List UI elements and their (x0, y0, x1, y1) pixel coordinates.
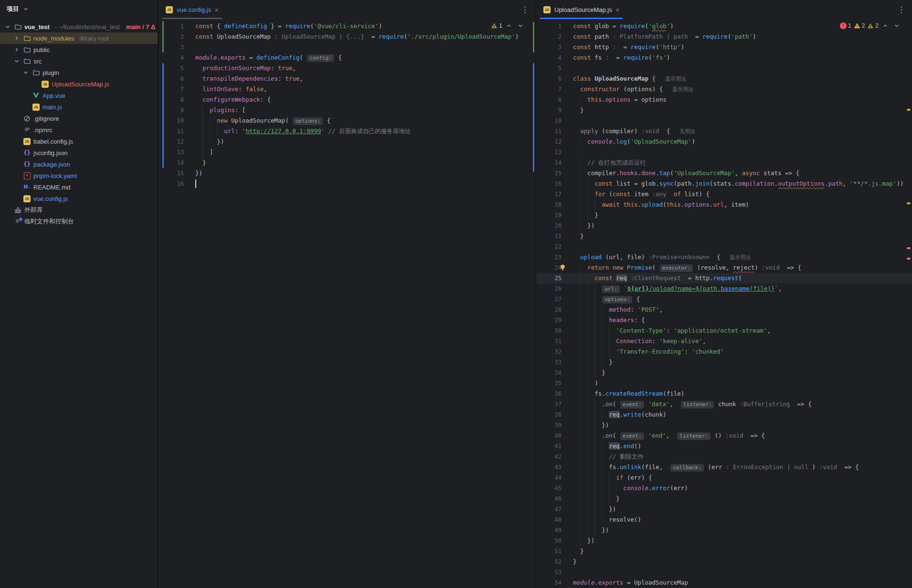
code-line[interactable]: 31 Connection: 'keep-alive', (536, 336, 912, 346)
gutter-line-number[interactable]: 43 (536, 462, 573, 472)
gutter-line-number[interactable]: 20 (536, 220, 573, 231)
code-line[interactable]: 22 (536, 242, 912, 252)
more-options-icon[interactable]: ⋮ (894, 5, 908, 15)
scrollbar-error-stripe[interactable] (905, 19, 912, 588)
tree-item-pnpm-lock.yaml[interactable]: Ypnpm-lock.yaml (0, 170, 158, 181)
tree-item-App.vue[interactable]: App.vue (0, 90, 158, 101)
gutter-line-number[interactable]: 15 (536, 168, 573, 178)
tree-item-UploadSourceMap.js[interactable]: JSUploadSourceMap.js (0, 78, 158, 90)
intention-bulb-icon[interactable] (559, 264, 566, 271)
prev-problem-icon[interactable] (881, 22, 890, 29)
gutter-line-number[interactable]: 36 (536, 388, 573, 399)
gutter-line-number[interactable]: 32 (536, 346, 573, 357)
gutter-line-number[interactable]: 5 (536, 63, 573, 74)
code-line[interactable]: 54module.exports = UploadSourceMap (536, 578, 912, 588)
code-line[interactable]: 3const http : = require('http') (536, 42, 912, 52)
gutter-line-number[interactable]: 8 (536, 94, 573, 105)
tree-item-.gitignore[interactable]: .gitignore (0, 113, 158, 124)
code-line[interactable]: 8 this.options = options (536, 94, 912, 105)
gutter-line-number[interactable]: 11 (159, 126, 195, 136)
tree-item-package.json[interactable]: {}package.json (0, 158, 158, 170)
code-line[interactable]: 12 console.log('UploadSourceMap') (536, 136, 912, 147)
close-icon[interactable]: × (615, 6, 620, 13)
code-line[interactable]: 20 }) (536, 220, 912, 231)
tree-item-plugin[interactable]: plugin (0, 67, 158, 78)
gutter-line-number[interactable]: 24 (536, 262, 573, 273)
tree-item-src[interactable]: src (0, 55, 158, 67)
code-line[interactable]: 13 ] (159, 147, 536, 158)
gutter-line-number[interactable]: 15 (159, 168, 195, 178)
gutter-line-number[interactable]: 3 (159, 42, 195, 52)
code-line[interactable]: 16 (159, 178, 536, 189)
gutter-line-number[interactable]: 29 (536, 315, 573, 326)
gutter-line-number[interactable]: 18 (536, 200, 573, 210)
code-line[interactable]: 15 compiler.hooks.done.tap('UploadSource… (536, 168, 912, 178)
code-line[interactable]: 9 } (536, 105, 912, 116)
code-line[interactable]: 45 console.error(err) (536, 483, 912, 494)
gutter-line-number[interactable]: 21 (536, 231, 573, 242)
gutter-line-number[interactable]: 6 (159, 74, 195, 84)
gutter-line-number[interactable]: 3 (536, 42, 573, 52)
code-line[interactable]: 9 plugins: [ (159, 105, 536, 116)
code-line[interactable]: 33 } (536, 357, 912, 368)
gutter-line-number[interactable]: 13 (159, 147, 195, 158)
code-line[interactable]: 50 }) (536, 536, 912, 546)
code-line[interactable]: 2const path : PlatformPath | path = requ… (536, 32, 912, 42)
prev-problem-icon[interactable] (505, 22, 513, 29)
code-line[interactable]: 52} (536, 556, 912, 567)
code-line[interactable]: 10 (536, 116, 912, 126)
tab-vue.config.js[interactable]: JSvue.config.js× (160, 0, 223, 19)
gutter-line-number[interactable]: 7 (536, 84, 573, 94)
code-line[interactable]: 46 } (536, 494, 912, 504)
code-line[interactable]: 29 headers: { (536, 315, 912, 326)
tree-item-vue.config.js[interactable]: JSvue.config.js (0, 193, 158, 204)
gutter-line-number[interactable]: 25 (536, 273, 573, 284)
gutter-line-number[interactable]: 45 (536, 483, 573, 494)
gutter-line-number[interactable]: 14 (159, 158, 195, 168)
code-line[interactable]: 37 .on( event: 'data', listener: chunk :… (536, 399, 912, 410)
gutter-line-number[interactable]: 22 (536, 242, 573, 252)
code-line[interactable]: 2const UploadSourceMap : UploadSourceMap… (159, 32, 536, 42)
gutter-line-number[interactable]: 28 (536, 304, 573, 315)
gutter-line-number[interactable]: 38 (536, 410, 573, 420)
code-line[interactable]: 27 options: { (536, 294, 912, 304)
gutter-line-number[interactable]: 1 (159, 21, 195, 32)
code-line[interactable]: 36 fs.createReadStream(file) (536, 388, 912, 399)
gutter-line-number[interactable]: 26 (536, 284, 573, 294)
tree-item-vue_test[interactable]: vue_test- ~/liuxulin/test/vue_testmain /… (0, 21, 158, 32)
code-line[interactable]: 40 .on( event: 'end', listener: () :void… (536, 430, 912, 441)
gutter-line-number[interactable]: 16 (159, 178, 195, 189)
code-line[interactable]: 4module.exports = defineConfig( config: … (159, 52, 536, 63)
scrollbar-error-stripe[interactable] (529, 19, 536, 588)
gutter-line-number[interactable]: 4 (536, 52, 573, 63)
code-line[interactable]: 28 method: 'POST', (536, 304, 912, 315)
tree-item-临时文件和控制台[interactable]: 临时文件和控制台 (0, 216, 158, 227)
code-line[interactable]: 42 // 删除文件 (536, 452, 912, 462)
code-line[interactable]: 6 transpileDependencies: true, (159, 74, 536, 84)
gutter-line-number[interactable]: 54 (536, 578, 573, 588)
code-line[interactable]: 51 } (536, 546, 912, 556)
code-line[interactable]: 32 'Transfer-Encoding': 'chunked' (536, 346, 912, 357)
inspections-widget[interactable]: 1 (491, 22, 525, 30)
code-line[interactable]: 14 } (159, 158, 536, 168)
code-line[interactable]: 11 url: 'http://127.0.0.1:9999' // 后面换成自… (159, 126, 536, 136)
tree-item-main.js[interactable]: JSmain.js (0, 101, 158, 113)
editor-vue.config.js[interactable]: 1const { defineConfig } = require('@vue/… (159, 19, 536, 588)
code-line[interactable]: 53 (536, 567, 912, 578)
git-branch-badge[interactable]: main / 7 Δ (126, 23, 155, 31)
code-line[interactable]: 10 new UploadSourceMap( options: { (159, 116, 536, 126)
gutter-line-number[interactable]: 16 (536, 178, 573, 189)
code-line[interactable]: 5 productionSourceMap: true, (159, 63, 536, 74)
gutter-line-number[interactable]: 51 (536, 546, 573, 556)
tree-item-外部库[interactable]: 外部库 (0, 204, 158, 216)
gutter-line-number[interactable]: 2 (536, 32, 573, 42)
gutter-line-number[interactable]: 41 (536, 441, 573, 452)
code-line[interactable]: 41 req.end() (536, 441, 912, 452)
code-line[interactable]: 3 (159, 42, 536, 52)
code-line[interactable]: 25 const req :ClientRequest = http.reque… (536, 273, 912, 284)
code-line[interactable]: 30 'Content-Type': 'application/octet-st… (536, 326, 912, 336)
gutter-line-number[interactable]: 31 (536, 336, 573, 346)
gutter-line-number[interactable]: 34 (536, 368, 573, 378)
gutter-line-number[interactable]: 50 (536, 536, 573, 546)
gutter-line-number[interactable]: 42 (536, 452, 573, 462)
